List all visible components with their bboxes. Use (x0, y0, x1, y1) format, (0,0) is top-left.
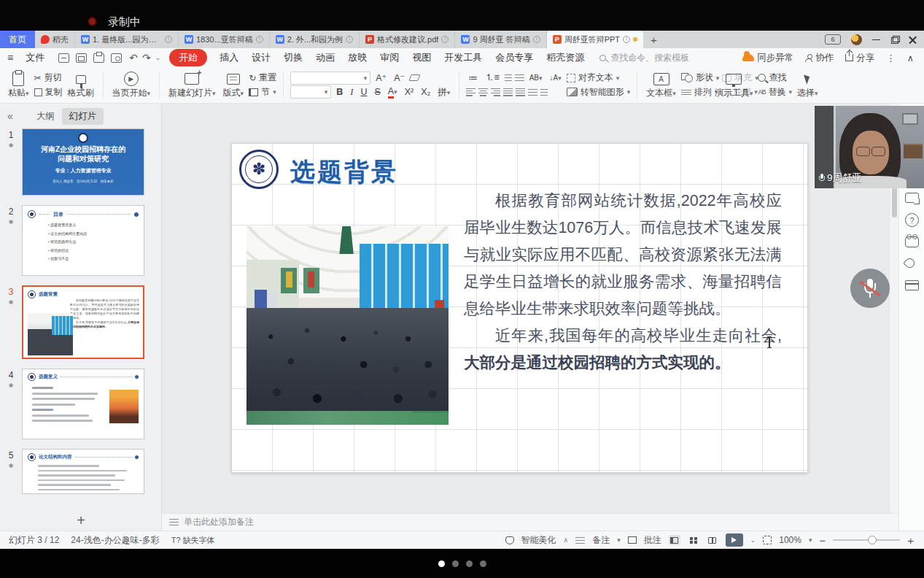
tab-outline[interactable]: 大纲 (29, 108, 62, 125)
decrease-indent-icon[interactable] (505, 74, 512, 81)
print-icon[interactable] (93, 53, 104, 63)
collapse-panel-icon[interactable]: « (7, 110, 13, 122)
increase-font-button[interactable]: A⁺ (373, 72, 389, 83)
menu-tab-devtools[interactable]: 开发工具 (438, 51, 489, 64)
format-painter-button[interactable]: 格式刷 (64, 69, 98, 101)
pinyin-guide-button[interactable]: 拼▾ (435, 86, 452, 99)
smart-graphic-button[interactable]: 转智能图形▾ (567, 85, 631, 100)
italic-button[interactable]: I (348, 87, 355, 98)
missing-font-indicator[interactable]: T? 缺失字体 (171, 535, 215, 546)
restore-button[interactable] (890, 36, 898, 44)
align-left-icon[interactable] (466, 88, 475, 96)
menu-tab-transition[interactable]: 切换 (277, 51, 309, 64)
align-center-icon[interactable] (478, 88, 488, 96)
save-icon[interactable] (58, 53, 69, 63)
reset-button[interactable]: ↻ 重置 (249, 71, 276, 85)
superscript-button[interactable]: X² (403, 87, 416, 97)
strikethrough-button[interactable]: S (372, 87, 382, 97)
menu-tab-start[interactable]: 开始 (169, 49, 207, 66)
tab-slides[interactable]: 幻灯片 (62, 108, 104, 125)
collaborate-button[interactable]: 协作 (805, 52, 834, 64)
menu-tab-member[interactable]: 会员专享 (489, 51, 540, 64)
find-button[interactable]: 查找 (758, 71, 792, 85)
share-button[interactable]: 分享 (845, 52, 874, 64)
font-color-button[interactable]: A▾ (386, 86, 400, 99)
slide-sorter-view-button[interactable] (688, 535, 699, 545)
presentation-tools-button[interactable]: 演示工具▾ (711, 69, 757, 101)
cut-button[interactable]: ✂ 剪切 (34, 71, 63, 85)
hamburger-icon[interactable]: ≡ (7, 52, 13, 63)
zoom-slider[interactable] (833, 539, 900, 541)
line-spacing-icon[interactable] (528, 89, 537, 96)
copy-button[interactable]: 复制 (34, 85, 63, 100)
play-from-current-button[interactable]: ▶ 当页开始▾ (109, 69, 155, 101)
page-indicator-dot[interactable] (452, 560, 459, 567)
sync-status-button[interactable]: 同步异常 (742, 52, 793, 64)
tab-doc-3[interactable]: W 2. 外...和园为例 ! (270, 31, 360, 48)
notes-button[interactable]: 备注 (592, 534, 610, 547)
menu-tab-slideshow[interactable]: 放映 (341, 51, 373, 64)
menu-tab-review[interactable]: 审阅 (373, 51, 405, 64)
play-options-caret[interactable]: ⌄ (750, 536, 756, 544)
subscript-button[interactable]: X₂ (419, 87, 432, 97)
add-slide-button[interactable]: + (0, 510, 162, 531)
font-size-select[interactable]: ▾ (290, 85, 331, 99)
microphone-mute-button[interactable] (850, 269, 890, 308)
school-logo[interactable]: ✽ (239, 150, 279, 189)
page-indicator-dot[interactable] (480, 560, 486, 567)
normal-view-button[interactable] (669, 535, 680, 545)
align-text-button[interactable]: 对齐文本▾ (567, 71, 631, 85)
menu-tab-design[interactable]: 设计 (245, 51, 277, 64)
text-box-button[interactable]: A 文本框▾ (642, 69, 680, 101)
decrease-font-button[interactable]: A⁻ (392, 72, 407, 83)
bullet-list-button[interactable]: ≔ (466, 72, 480, 83)
slide-thumbnail-1[interactable]: 1 ✱ 河南Z企业校园招聘存在的问题和对策研究 专业：人力资源管理专业 答辩人 … (0, 128, 161, 196)
section-button[interactable]: 节▾ (249, 85, 276, 100)
zoom-in-button[interactable]: + (907, 534, 914, 547)
redo-caret-icon[interactable]: ⌄ (155, 54, 161, 61)
paragraph-spacing-icon[interactable] (540, 89, 548, 96)
smart-beautify-button[interactable]: 智能美化 (521, 534, 556, 547)
tab-doc-1[interactable]: W 1. 最终版...园为例(1) ! (75, 31, 179, 48)
new-slide-button[interactable]: 新建幻灯片▾ (165, 69, 220, 101)
text-direction-button[interactable]: AB▾ (527, 74, 545, 82)
align-right-icon[interactable] (491, 88, 500, 96)
reading-view-button[interactable] (707, 535, 718, 545)
comments-button[interactable]: 批注 (644, 534, 661, 547)
menu-tab-docer[interactable]: 稻壳资源 (540, 51, 591, 64)
tab-daoke[interactable]: 稻壳 (35, 31, 75, 48)
collapse-ribbon-icon[interactable]: ∧ (907, 53, 914, 63)
replace-button[interactable]: AB 替换▾ (758, 85, 792, 100)
print-preview-icon[interactable] (111, 53, 122, 63)
underline-button[interactable]: U (358, 87, 369, 97)
resource-box-icon[interactable] (905, 280, 919, 290)
layout-button[interactable]: 版式▾ (220, 69, 248, 101)
slideshow-play-button[interactable] (726, 533, 743, 547)
page-indicator-dot[interactable] (466, 560, 473, 567)
clear-format-icon[interactable] (408, 74, 420, 81)
help-icon[interactable]: ? (905, 213, 919, 227)
slide-thumbnail-5[interactable]: 5 ✱ 论文结构和内容 (0, 449, 161, 494)
editing-canvas[interactable]: ✽ 选题背景 根据教育部网站统计数据,2022年高校应届毕业生数达1076万人。… (162, 104, 889, 513)
slide-3-canvas[interactable]: ✽ 选题背景 根据教育部网站统计数据,2022年高校应届毕业生数达1076万人。… (231, 143, 808, 473)
undo-icon[interactable]: ↶ (129, 52, 138, 63)
close-button[interactable] (909, 36, 917, 44)
menu-tab-view[interactable]: 视图 (405, 51, 438, 64)
font-name-select[interactable]: ▾ (290, 72, 370, 85)
member-count-badge[interactable]: 6 (825, 34, 841, 45)
slide-thumbnail-3-selected[interactable]: 3 ✱ 选题背景 根据教育部网站统计数据,2022年高校应届毕业生数达1076万… (0, 285, 161, 359)
zoom-out-button[interactable]: − (819, 534, 826, 547)
slide-body-text[interactable]: 根据教育部网站统计数据,2022年高校应届毕业生数达1076万人。而信息技术飞速… (464, 188, 782, 377)
job-fair-photo[interactable] (246, 226, 449, 425)
select-button[interactable]: 选择▾ (793, 69, 822, 101)
tab-active-ppt[interactable]: P 周舒亚答辩PPT ! (547, 31, 643, 48)
webcam-video-overlay[interactable]: 9周舒亚 (815, 106, 924, 188)
bold-button[interactable]: B (334, 87, 345, 97)
tab-pdf[interactable]: P 格式修改建议.pdf ! (360, 31, 455, 48)
justify-icon[interactable] (503, 88, 513, 96)
tab-doc-4[interactable]: W 9 周舒亚 答辩稿 ! (455, 31, 546, 48)
slide-title[interactable]: 选题背景 (290, 155, 398, 189)
zoom-percent[interactable]: 100% (779, 535, 801, 545)
tab-home[interactable]: 首页 (0, 31, 35, 48)
minimize-button[interactable] (872, 36, 880, 44)
